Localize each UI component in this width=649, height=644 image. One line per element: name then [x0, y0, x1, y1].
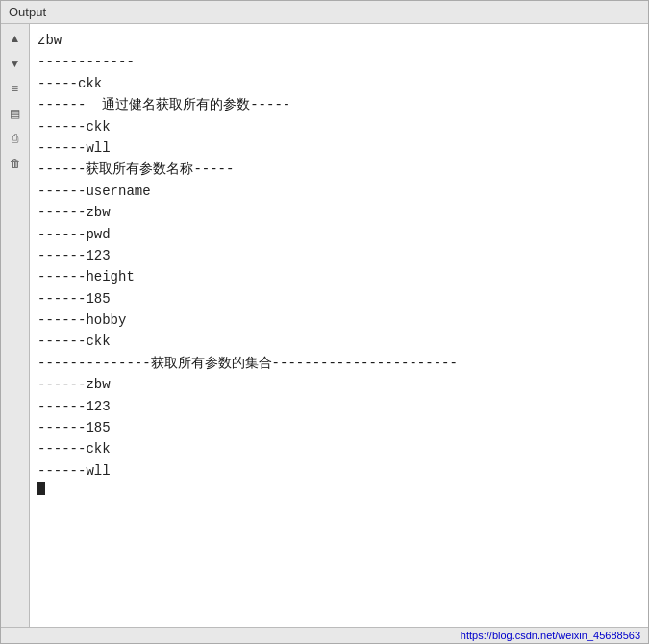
output-line: ------123: [37, 245, 640, 266]
output-line: ------185: [37, 288, 640, 310]
output-line: ------185: [37, 417, 640, 438]
output-line: ------zbw: [37, 202, 640, 223]
output-line: ------hobby: [37, 310, 640, 331]
csdn-link: https://blog.csdn.net/weixin_45688563: [461, 630, 640, 641]
output-panel[interactable]: zbw ------------ -----ckk ------ 通过健名获取所…: [30, 24, 648, 627]
toolbar: ▲ ▼ ≡ ▤ ⎙ 🗑: [1, 24, 30, 627]
cursor-line: [37, 482, 640, 495]
filter-button[interactable]: ▤: [5, 103, 26, 124]
output-line: zbw: [37, 30, 640, 51]
output-line: ------ckk: [37, 438, 640, 459]
delete-button[interactable]: 🗑: [5, 153, 26, 174]
output-line: ------ckk: [37, 331, 640, 352]
content-area: ▲ ▼ ≡ ▤ ⎙ 🗑 zbw ------------ -----ckk --…: [1, 24, 648, 627]
window-title: Output: [9, 5, 46, 19]
down-arrow-button[interactable]: ▼: [5, 53, 26, 74]
output-line-height: ------height: [37, 266, 640, 287]
title-bar: Output: [1, 1, 648, 24]
output-line: ------pwd: [37, 224, 640, 245]
print-button[interactable]: ⎙: [5, 128, 26, 149]
output-line: ------ckk: [37, 116, 640, 137]
output-line: ------zbw: [37, 374, 640, 395]
output-line: ------123: [37, 396, 640, 417]
output-line: --------------获取所有参数的集合-----------------…: [37, 353, 640, 374]
list-button[interactable]: ≡: [5, 78, 26, 99]
text-cursor: [37, 482, 45, 495]
bottom-bar: https://blog.csdn.net/weixin_45688563: [1, 627, 648, 643]
output-line: ------wll: [37, 460, 640, 482]
output-line: ------获取所有参数名称-----: [37, 159, 640, 180]
output-line: ------ 通过健名获取所有的参数-----: [37, 94, 640, 115]
output-line: ------username: [37, 181, 640, 202]
output-line: ------wll: [37, 137, 640, 159]
output-line: ------------: [37, 51, 640, 72]
output-line: -----ckk: [37, 73, 640, 94]
up-arrow-button[interactable]: ▲: [5, 28, 26, 49]
output-window: Output ▲ ▼ ≡ ▤ ⎙ 🗑 zbw ------------ ----…: [0, 0, 649, 644]
